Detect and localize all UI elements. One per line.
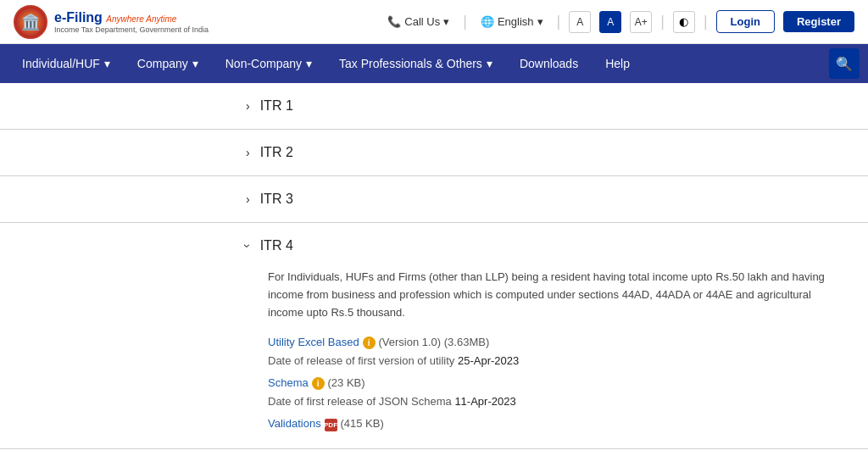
itr1-title: ITR 1 [260, 98, 293, 114]
validations-row: Validations PDF (415 KB) [268, 416, 843, 431]
logo-area: 🏛️ e-Filing Anywhere Anytime Income Tax … [14, 5, 209, 39]
validations-link[interactable]: Validations [268, 417, 321, 430]
call-us-label: Call Us [404, 15, 440, 28]
font-normal-button[interactable]: A [599, 11, 621, 33]
itr2-title: ITR 2 [260, 145, 293, 160]
top-bar: 🏛️ e-Filing Anywhere Anytime Income Tax … [0, 0, 868, 44]
logo-subtitle: Income Tax Department, Government of Ind… [54, 25, 209, 34]
accordion-itr4: › ITR 4 For Individuals, HUFs and Firms … [0, 223, 868, 449]
utility-excel-date-label: Date of release of first version of util… [268, 354, 458, 367]
nav-company-chevron: ▾ [192, 57, 198, 70]
phone-icon: 📞 [387, 15, 401, 28]
utility-excel-link[interactable]: Utility Excel Based [268, 336, 359, 348]
accordion-itr2: › ITR 2 [0, 130, 868, 176]
nav-non-company-chevron: ▾ [306, 57, 312, 70]
globe-icon: 🌐 [481, 15, 494, 28]
nav-tax-professionals[interactable]: Tax Professionals & Others ▾ [326, 44, 506, 83]
call-us-chevron: ▾ [443, 15, 449, 28]
schema-meta: (23 KB) [327, 376, 364, 389]
call-us-button[interactable]: 📞 Call Us ▾ [382, 12, 454, 31]
schema-info-icon[interactable]: i [312, 377, 325, 390]
top-bar-right: 📞 Call Us ▾ | 🌐 English ▾ | A A A+ | ◐ |… [382, 10, 854, 33]
nav-bar: Individual/HUF ▾ Company ▾ Non-Company ▾… [0, 44, 868, 83]
itr4-chevron-icon: › [241, 244, 254, 248]
utility-excel-info-icon[interactable]: i [363, 336, 376, 349]
separator-4: | [704, 13, 708, 31]
nav-downloads-label: Downloads [520, 57, 578, 70]
nav-individual-huf[interactable]: Individual/HUF ▾ [8, 44, 124, 83]
contrast-button[interactable]: ◐ [673, 11, 695, 33]
itr1-chevron-icon: › [246, 99, 250, 113]
schema-date-label: Date of first release of JSON Schema [268, 395, 454, 408]
nav-company-label: Company [137, 57, 188, 70]
accordion-itr3: › ITR 3 [0, 176, 868, 223]
accordion-itr3-header[interactable]: › ITR 3 [246, 176, 843, 222]
validations-label: Validations [268, 417, 321, 430]
utility-excel-label: Utility Excel Based [268, 336, 359, 348]
logo-efiling-text: e-Filing [54, 10, 103, 25]
logo-tagline: Anywhere Anytime [106, 14, 176, 24]
nav-company[interactable]: Company ▾ [124, 44, 212, 83]
nav-non-company-label: Non-Company [225, 57, 302, 70]
font-small-button[interactable]: A [569, 11, 591, 33]
separator-2: | [557, 13, 561, 31]
font-large-button[interactable]: A+ [630, 11, 652, 33]
separator-1: | [463, 13, 467, 31]
schema-date-value: 11-Apr-2023 [454, 395, 515, 408]
logo-emblem: 🏛️ [14, 5, 47, 39]
search-icon: 🔍 [836, 56, 853, 72]
separator-3: | [660, 13, 665, 31]
nav-tax-professionals-chevron: ▾ [487, 57, 492, 70]
nav-help-label: Help [605, 57, 630, 70]
validations-meta: (415 KB) [340, 417, 383, 430]
schema-link[interactable]: Schema [268, 376, 309, 389]
logo-text-area: e-Filing Anywhere Anytime Income Tax Dep… [54, 10, 209, 34]
itr3-chevron-icon: › [246, 192, 250, 206]
utility-excel-row: Utility Excel Based i (Version 1.0) (3.6… [268, 335, 843, 349]
accordion-itr1: › ITR 1 [0, 83, 868, 130]
schema-label: Schema [268, 376, 309, 389]
nav-individual-huf-chevron: ▾ [104, 57, 110, 70]
language-selector[interactable]: 🌐 English ▾ [476, 12, 548, 31]
login-button[interactable]: Login [716, 10, 775, 33]
accordion-itr4-body: For Individuals, HUFs and Firms (other t… [246, 269, 843, 448]
itr2-chevron-icon: › [246, 146, 250, 159]
nav-tax-professionals-label: Tax Professionals & Others [339, 57, 482, 70]
utility-excel-date-line: Date of release of first version of util… [268, 354, 843, 367]
nav-help[interactable]: Help [592, 44, 643, 83]
accordion-itr2-header[interactable]: › ITR 2 [246, 130, 843, 175]
register-button[interactable]: Register [783, 11, 854, 32]
search-button[interactable]: 🔍 [829, 48, 860, 79]
accordion-itr1-header[interactable]: › ITR 1 [246, 83, 843, 129]
utility-excel-date-value: 25-Apr-2023 [458, 354, 519, 367]
accordion-itr4-header[interactable]: › ITR 4 [246, 223, 843, 269]
contrast-icon: ◐ [679, 15, 688, 28]
itr3-title: ITR 3 [260, 192, 293, 207]
language-label: English [498, 15, 534, 28]
language-chevron: ▾ [537, 15, 543, 28]
validations-pdf-icon: PDF [325, 419, 337, 431]
main-content: › ITR 1 › ITR 2 › ITR 3 › ITR 4 For Indi… [0, 83, 868, 449]
utility-excel-meta: (Version 1.0) (3.63MB) [378, 336, 489, 348]
schema-row: Schema i (23 KB) [268, 375, 843, 390]
nav-non-company[interactable]: Non-Company ▾ [212, 44, 326, 83]
itr4-description: For Individuals, HUFs and Firms (other t… [268, 269, 843, 321]
itr4-title: ITR 4 [260, 238, 293, 253]
nav-downloads[interactable]: Downloads [506, 44, 592, 83]
schema-date-line: Date of first release of JSON Schema 11-… [268, 395, 843, 408]
nav-individual-huf-label: Individual/HUF [22, 57, 100, 70]
logo-efiling: e-Filing Anywhere Anytime [54, 10, 209, 25]
